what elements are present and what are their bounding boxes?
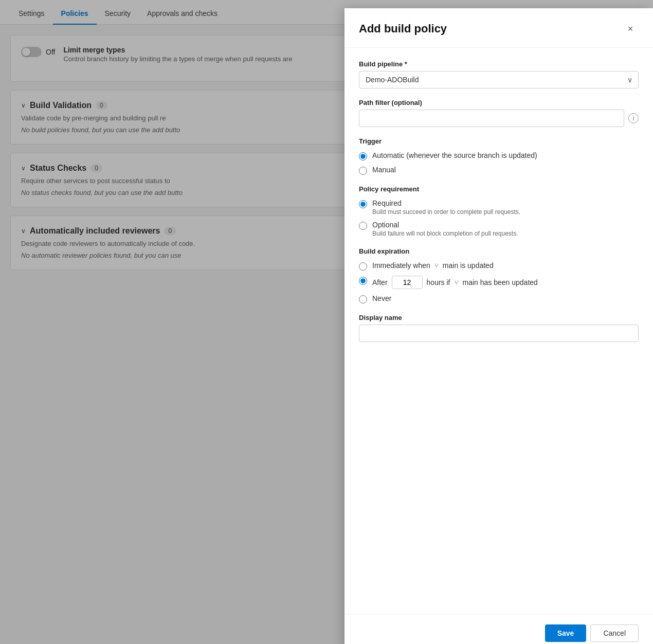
after-hours-row: After hours if ⑂ main has been updated [372,276,538,289]
path-filter-row: i [359,110,639,127]
path-filter-input[interactable] [359,110,624,127]
build-expiration-group: Build expiration Immediately when ⑂ main… [359,247,639,303]
immediately-label-before: Immediately when [372,261,430,270]
never-option[interactable]: Never [359,294,639,303]
display-name-label: Display name [359,314,639,321]
trigger-manual-text: Manual [372,166,396,174]
hours-label-middle: hours if [427,278,450,287]
immediately-label-after: main is updated [443,261,494,270]
policy-requirement-group: Policy requirement Required Build must s… [359,185,639,237]
optional-desc: Build failure will not block completion … [372,230,518,237]
after-label-after: main has been updated [463,278,538,287]
immediately-option[interactable]: Immediately when ⑂ main is updated [359,261,639,271]
trigger-automatic-text: Automatic (whenever the source branch is… [372,151,537,159]
immediately-text: Immediately when ⑂ main is updated [372,261,494,270]
trigger-label: Trigger [359,137,639,145]
after-hours-radio[interactable] [359,277,367,285]
trigger-automatic-option[interactable]: Automatic (whenever the source branch is… [359,151,639,160]
required-desc: Build must succeed in order to complete … [372,208,520,216]
hours-input[interactable] [392,276,423,289]
path-filter-group: Path filter (optional) i [359,99,639,127]
modal-header: Add build policy × [344,8,653,48]
branch-icon: ⑂ [434,262,439,270]
after-hours-text: After hours if ⑂ main has been updated [372,276,538,289]
trigger-automatic-label: Automatic (whenever the source branch is… [372,151,537,159]
trigger-group: Trigger Automatic (whenever the source b… [359,137,639,175]
modal-title: Add build policy [359,22,447,35]
cancel-button[interactable]: Cancel [590,624,639,642]
optional-option[interactable]: Optional Build failure will not block co… [359,221,639,237]
trigger-manual-option[interactable]: Manual [359,166,639,175]
display-name-input[interactable] [359,325,639,342]
policy-requirement-radio-group: Required Build must succeed in order to … [359,199,639,237]
trigger-automatic-radio[interactable] [359,152,367,160]
required-option[interactable]: Required Build must succeed in order to … [359,199,639,216]
optional-text: Optional Build failure will not block co… [372,221,518,237]
trigger-manual-radio[interactable] [359,167,367,175]
trigger-manual-label: Manual [372,166,396,174]
required-label: Required [372,199,520,207]
build-pipeline-group: Build pipeline * Demo-ADOBuild ∨ [359,60,639,88]
immediately-row: Immediately when ⑂ main is updated [372,261,494,270]
required-radio[interactable] [359,200,367,208]
trigger-radio-group: Automatic (whenever the source branch is… [359,151,639,175]
display-name-group: Display name [359,314,639,342]
build-pipeline-select[interactable]: Demo-ADOBuild [359,71,639,88]
modal-close-button[interactable]: × [622,21,639,37]
build-expiration-radio-group: Immediately when ⑂ main is updated After… [359,261,639,303]
optional-label: Optional [372,221,518,229]
required-text: Required Build must succeed in order to … [372,199,520,216]
policy-requirement-label: Policy requirement [359,185,639,193]
optional-radio[interactable] [359,222,367,230]
build-pipeline-select-wrapper[interactable]: Demo-ADOBuild ∨ [359,71,639,88]
build-expiration-label: Build expiration [359,247,639,255]
never-radio[interactable] [359,295,367,303]
after-label-before: After [372,278,388,287]
never-label: Never [372,294,391,302]
modal-footer: Save Cancel [344,614,653,644]
add-build-policy-modal: Add build policy × Build pipeline * Demo… [344,8,653,644]
immediately-radio[interactable] [359,262,367,271]
build-pipeline-label: Build pipeline * [359,60,639,68]
path-filter-label: Path filter (optional) [359,99,639,106]
info-icon[interactable]: i [628,113,639,123]
branch-icon-2: ⑂ [455,279,459,287]
after-hours-option[interactable]: After hours if ⑂ main has been updated [359,276,639,289]
save-button[interactable]: Save [545,624,587,642]
never-text: Never [372,294,391,302]
modal-body: Build pipeline * Demo-ADOBuild ∨ Path fi… [344,48,653,614]
